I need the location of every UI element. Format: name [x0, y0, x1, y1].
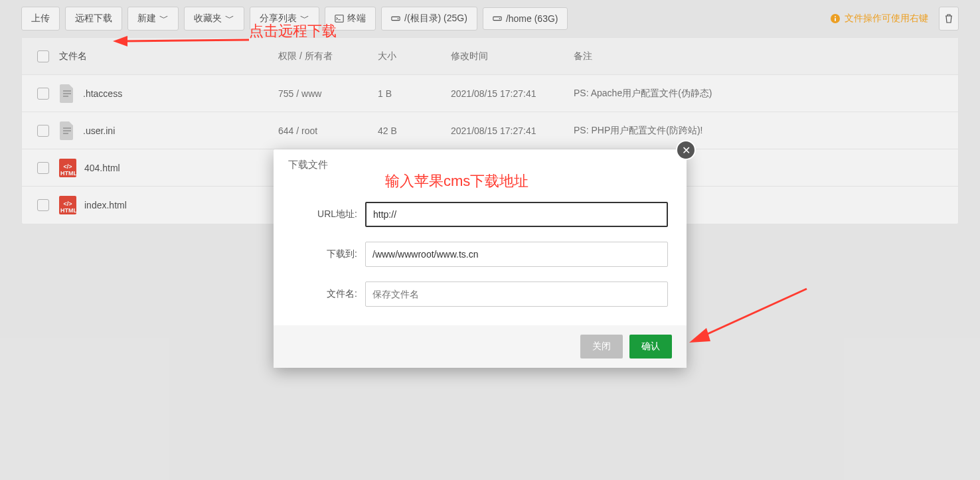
remote-download-label: 远程下载 [75, 13, 112, 25]
upload-label: 上传 [31, 13, 50, 25]
file-icon [59, 84, 75, 103]
file-name: .htaccess [83, 88, 122, 99]
row-checkbox[interactable] [37, 162, 49, 174]
disk-icon [493, 14, 502, 23]
file-name: .user.ini [83, 125, 115, 136]
favorite-button[interactable]: 收藏夹﹀ [184, 7, 244, 31]
svg-rect-7 [835, 18, 836, 21]
modal-footer: 关闭 确认 [274, 325, 687, 368]
chevron-down-icon: ﹀ [159, 13, 169, 25]
file-size: 1 B [378, 88, 451, 99]
confirm-label: 确认 [641, 341, 660, 351]
remote-download-button[interactable]: 远程下载 [65, 7, 122, 31]
home-disk-label: /home (63G) [506, 13, 558, 24]
trash-button[interactable] [939, 7, 959, 31]
filename-input[interactable] [365, 281, 668, 307]
toolbar-tip: 文件操作可使用右键 [830, 13, 928, 25]
new-button[interactable]: 新建﹀ [127, 7, 179, 31]
table-row[interactable]: .htaccess 755 / www 1 B 2021/08/15 17:27… [22, 75, 958, 112]
file-name: 404.html [84, 163, 120, 173]
file-date: 2021/08/15 17:27:41 [451, 125, 574, 136]
arrow-icon [684, 285, 810, 352]
table-row[interactable]: .user.ini 644 / root 42 B 2021/08/15 17:… [22, 112, 958, 149]
toolbar: 上传 远程下载 新建﹀ 收藏夹﹀ 分享列表﹀ 终端 /(根目录) (25G) /… [0, 0, 980, 37]
file-note: PS: Apache用户配置文件(伪静态) [574, 88, 953, 100]
header-note: 备注 [574, 50, 953, 62]
svg-line-10 [697, 289, 807, 339]
trash-icon [943, 13, 954, 24]
table-header: 文件名 权限 / 所有者 大小 修改时间 备注 [22, 38, 958, 75]
header-size: 大小 [378, 50, 451, 62]
url-input[interactable] [365, 202, 668, 227]
close-icon: ✕ [682, 144, 691, 157]
toolbar-tip-label: 文件操作可使用右键 [845, 13, 928, 25]
path-input[interactable] [365, 242, 668, 267]
new-label: 新建 [137, 13, 156, 25]
filename-label: 文件名: [292, 288, 365, 300]
header-check [27, 50, 59, 62]
file-icon [59, 121, 75, 140]
svg-rect-0 [335, 15, 343, 23]
row-checkbox[interactable] [37, 199, 49, 211]
header-perm: 权限 / 所有者 [278, 50, 378, 62]
url-label: URL地址: [292, 208, 365, 220]
path-label: 下载到: [292, 248, 365, 260]
cancel-label: 关闭 [592, 341, 611, 351]
row-checkbox[interactable] [37, 125, 49, 137]
svg-marker-11 [689, 328, 710, 343]
close-button[interactable]: ✕ [676, 140, 696, 160]
cancel-button[interactable]: 关闭 [580, 335, 623, 359]
modal-title: 下载文件 [274, 149, 687, 181]
page-root: 上传 远程下载 新建﹀ 收藏夹﹀ 分享列表﹀ 终端 /(根目录) (25G) /… [0, 0, 980, 480]
upload-button[interactable]: 上传 [21, 7, 60, 31]
file-perm: 755 / www [278, 88, 378, 99]
header-date: 修改时间 [451, 50, 574, 62]
info-icon [830, 13, 841, 24]
html-icon: </>HTML [59, 196, 76, 214]
file-perm: 644 / root [278, 125, 378, 136]
share-list-button[interactable]: 分享列表﹀ [250, 7, 319, 31]
root-disk-button[interactable]: /(根目录) (25G) [381, 7, 477, 31]
file-date: 2021/08/15 17:27:41 [451, 88, 574, 99]
modal-body: URL地址: 下载到: 文件名: [274, 181, 687, 325]
svg-point-4 [499, 18, 501, 19]
select-all-checkbox[interactable] [37, 50, 49, 62]
svg-point-2 [398, 18, 399, 19]
disk-icon [391, 14, 400, 23]
file-note: PS: PHP用户配置文件(防跨站)! [574, 125, 953, 137]
chevron-down-icon: ﹀ [225, 13, 234, 25]
row-checkbox[interactable] [37, 88, 49, 100]
terminal-button[interactable]: 终端 [325, 7, 376, 31]
terminal-icon [335, 14, 344, 23]
chevron-down-icon: ﹀ [300, 13, 309, 25]
header-name: 文件名 [59, 50, 278, 62]
download-modal: ✕ 下载文件 URL地址: 下载到: 文件名: 关闭 确认 [274, 149, 687, 368]
home-disk-button[interactable]: /home (63G) [483, 7, 568, 30]
html-icon: </>HTML [59, 159, 76, 177]
file-name: index.html [84, 200, 127, 210]
share-list-label: 分享列表 [260, 13, 297, 25]
root-disk-label: /(根目录) (25G) [404, 13, 467, 25]
svg-point-6 [835, 16, 836, 17]
favorite-label: 收藏夹 [194, 13, 222, 25]
confirm-button[interactable]: 确认 [629, 335, 672, 359]
terminal-label: 终端 [347, 13, 366, 25]
file-size: 42 B [378, 125, 451, 136]
